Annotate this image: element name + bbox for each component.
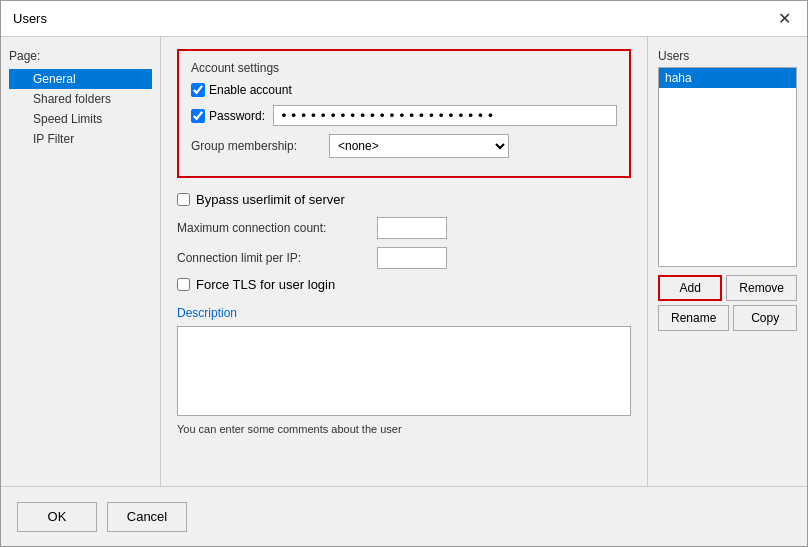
rename-copy-row: Rename Copy xyxy=(658,305,797,331)
max-conn-input[interactable]: 0 xyxy=(377,217,447,239)
bottom-bar: OK Cancel xyxy=(1,486,807,546)
remove-button[interactable]: Remove xyxy=(726,275,797,301)
sidebar-item-ip-filter-label: IP Filter xyxy=(33,132,74,146)
group-dropdown[interactable]: <none> xyxy=(329,134,509,158)
user-item-haha[interactable]: haha xyxy=(659,68,796,88)
tls-checkbox[interactable] xyxy=(177,278,190,291)
sidebar-item-shared-folders-label: Shared folders xyxy=(33,92,111,106)
conn-limit-input[interactable]: 0 xyxy=(377,247,447,269)
ok-button[interactable]: OK xyxy=(17,502,97,532)
connection-section: Bypass userlimit of server Maximum conne… xyxy=(177,192,631,292)
users-list[interactable]: haha xyxy=(658,67,797,267)
conn-limit-row: Connection limit per IP: 0 xyxy=(177,247,631,269)
cancel-button[interactable]: Cancel xyxy=(107,502,187,532)
group-dropdown-wrapper: <none> xyxy=(329,134,617,158)
conn-limit-label: Connection limit per IP: xyxy=(177,251,377,265)
description-section: Description You can enter some comments … xyxy=(177,306,631,435)
bypass-row: Bypass userlimit of server xyxy=(177,192,631,207)
enable-account-checkbox[interactable] xyxy=(191,83,205,97)
add-remove-row: Add Remove xyxy=(658,275,797,301)
description-label: Description xyxy=(177,306,631,320)
right-panel: Users haha Add Remove Rename Copy xyxy=(647,37,807,486)
left-nav-panel: Page: General Shared folders Speed Limit… xyxy=(1,37,161,486)
add-button[interactable]: Add xyxy=(658,275,722,301)
group-membership-row: Group membership: <none> xyxy=(191,134,617,158)
sidebar-item-shared-folders[interactable]: Shared folders xyxy=(9,89,152,109)
sidebar-item-ip-filter[interactable]: IP Filter xyxy=(9,129,152,149)
password-checkbox[interactable] xyxy=(191,109,205,123)
users-buttons: Add Remove Rename Copy xyxy=(658,275,797,331)
password-dots[interactable]: •••••••••••••••••••••• xyxy=(273,105,617,126)
sidebar-item-speed-limits-label: Speed Limits xyxy=(33,112,102,126)
titlebar: Users ✕ xyxy=(1,1,807,37)
close-button[interactable]: ✕ xyxy=(774,9,795,29)
page-label: Page: xyxy=(9,49,152,63)
enable-account-row: Enable account xyxy=(191,83,617,97)
enable-account-label[interactable]: Enable account xyxy=(191,83,292,97)
tls-row: Force TLS for user login xyxy=(177,277,631,292)
description-hint: You can enter some comments about the us… xyxy=(177,423,631,435)
group-label: Group membership: xyxy=(191,139,321,153)
sidebar-item-speed-limits[interactable]: Speed Limits xyxy=(9,109,152,129)
sidebar-item-general[interactable]: General xyxy=(9,69,152,89)
dialog-title: Users xyxy=(13,11,47,26)
users-label: Users xyxy=(658,49,797,63)
account-settings-box: Account settings Enable account Password… xyxy=(177,49,631,178)
enable-account-text: Enable account xyxy=(209,83,292,97)
max-conn-row: Maximum connection count: 0 xyxy=(177,217,631,239)
bypass-checkbox[interactable] xyxy=(177,193,190,206)
dialog-body: Page: General Shared folders Speed Limit… xyxy=(1,37,807,486)
bypass-label: Bypass userlimit of server xyxy=(196,192,345,207)
users-dialog: Users ✕ Page: General Shared folders Spe… xyxy=(0,0,808,547)
main-panel: Account settings Enable account Password… xyxy=(161,37,647,486)
max-conn-label: Maximum connection count: xyxy=(177,221,377,235)
description-textarea[interactable] xyxy=(177,326,631,416)
rename-button[interactable]: Rename xyxy=(658,305,729,331)
tls-label: Force TLS for user login xyxy=(196,277,335,292)
account-settings-title: Account settings xyxy=(191,61,617,75)
sidebar-item-general-label: General xyxy=(33,72,76,86)
password-label-text: Password: xyxy=(209,109,265,123)
password-checkbox-label[interactable]: Password: xyxy=(191,109,265,123)
copy-button[interactable]: Copy xyxy=(733,305,797,331)
password-row: Password: •••••••••••••••••••••• xyxy=(191,105,617,126)
